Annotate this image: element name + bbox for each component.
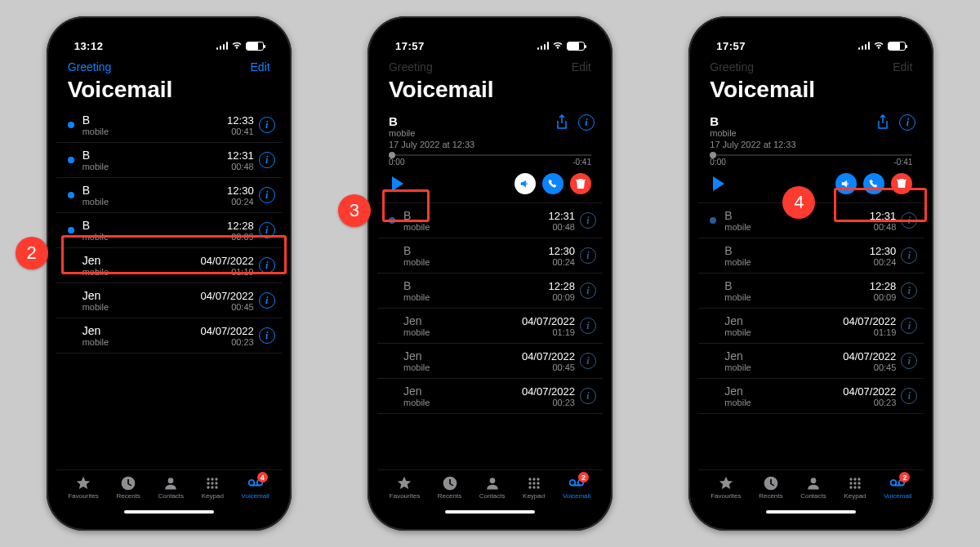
voicemail-row[interactable]: B mobile 12:30 00:24 i — [698, 238, 924, 274]
scrubber[interactable]: 0:00 -0:41 — [698, 153, 924, 167]
edit-button[interactable]: Edit — [251, 60, 270, 73]
tab-voicemail[interactable]: Voicemail4 — [242, 475, 270, 500]
voicemail-row[interactable]: B mobile 12:31 00:48 i — [56, 143, 282, 178]
tab-recents[interactable]: Recents — [759, 475, 782, 500]
unread-dot — [68, 122, 74, 128]
duration: 00:24 — [227, 197, 254, 207]
svg-point-2 — [212, 478, 214, 480]
share-icon[interactable] — [554, 114, 570, 131]
wifi-icon — [231, 40, 243, 52]
voicemail-row[interactable]: Jen mobile 04/07/2022 00:45 i — [698, 344, 924, 379]
voicemail-row[interactable]: Jen mobile 04/07/2022 01:19 i — [698, 309, 924, 344]
greeting-button[interactable]: Greeting — [710, 60, 754, 73]
speaker-button[interactable] — [835, 173, 857, 194]
voicemail-row[interactable]: B mobile 12:30 00:24 i — [377, 238, 603, 274]
svg-point-23 — [858, 478, 860, 480]
info-icon[interactable]: i — [259, 327, 275, 344]
play-button[interactable] — [392, 176, 403, 191]
info-icon[interactable]: i — [259, 292, 275, 309]
scrubber[interactable]: 0:00 -0:41 — [377, 153, 603, 167]
tab-keypad[interactable]: Keypad — [844, 475, 866, 500]
info-icon[interactable]: i — [580, 212, 596, 229]
svg-point-17 — [528, 486, 531, 488]
tab-contacts[interactable]: Contacts — [479, 475, 506, 500]
play-button[interactable] — [713, 176, 724, 191]
info-icon[interactable]: i — [580, 282, 596, 299]
info-icon[interactable]: i — [259, 152, 275, 168]
info-icon[interactable]: i — [901, 353, 917, 369]
info-icon[interactable]: i — [901, 212, 917, 229]
tab-label: Voicemail — [563, 492, 590, 500]
voicemail-row[interactable]: Jen mobile 04/07/2022 00:23 i — [377, 379, 603, 414]
phone-3: 17:57 Greeting Edit Voicemail B — [688, 16, 933, 531]
info-icon[interactable]: i — [580, 318, 596, 334]
expanded-name: B — [710, 114, 875, 128]
tab-keypad[interactable]: Keypad — [523, 475, 545, 500]
voicemail-row[interactable]: B mobile 12:30 00:24 i — [56, 178, 282, 213]
info-icon[interactable]: i — [259, 117, 275, 133]
voicemail-row[interactable]: B mobile 12:33 00:41 i — [56, 108, 282, 143]
info-icon[interactable]: i — [901, 247, 917, 264]
edit-button[interactable]: Edit — [893, 60, 912, 73]
voicemail-row[interactable]: Jen mobile 04/07/2022 00:45 i — [377, 344, 603, 379]
timestamp: 04/07/2022 — [201, 255, 254, 267]
tab-keypad[interactable]: Keypad — [202, 475, 224, 500]
tab-contacts[interactable]: Contacts — [800, 475, 826, 500]
voicemail-row[interactable]: Jen mobile 04/07/2022 00:23 i — [56, 318, 282, 354]
edit-button[interactable]: Edit — [572, 60, 591, 73]
caller-name: Jen — [403, 385, 522, 398]
home-indicator[interactable] — [56, 503, 282, 521]
call-button[interactable] — [542, 173, 564, 194]
greeting-button[interactable]: Greeting — [68, 60, 112, 73]
voicemail-row[interactable]: Jen mobile 04/07/2022 00:23 i — [698, 379, 924, 414]
home-indicator[interactable] — [698, 503, 924, 521]
tab-favourites[interactable]: Favourites — [710, 475, 741, 500]
tab-voicemail[interactable]: Voicemail2 — [884, 475, 911, 500]
clock: 17:57 — [716, 40, 746, 52]
info-icon[interactable]: i — [259, 222, 275, 238]
svg-point-0 — [168, 478, 174, 483]
info-icon[interactable]: i — [259, 257, 275, 274]
voicemail-row[interactable]: Jen mobile 04/07/2022 00:45 i — [56, 283, 282, 318]
page-title: Voicemail — [698, 73, 924, 108]
info-icon[interactable]: i — [901, 282, 917, 299]
info-icon[interactable]: i — [901, 318, 917, 334]
tab-favourites[interactable]: Favourites — [68, 475, 98, 500]
voicemail-row[interactable]: B mobile 12:28 00:09 i — [56, 213, 282, 248]
voicemail-row[interactable]: B mobile 12:28 00:09 i — [377, 274, 603, 309]
info-icon[interactable]: i — [899, 114, 915, 131]
home-indicator[interactable] — [377, 503, 603, 521]
speaker-button[interactable] — [514, 173, 536, 194]
delete-button[interactable] — [891, 173, 912, 194]
svg-point-14 — [528, 482, 531, 484]
caller-name: B — [403, 244, 548, 257]
voicemail-row[interactable]: B mobile 12:31 00:48 i — [377, 203, 603, 238]
info-icon[interactable]: i — [580, 247, 596, 264]
caller-sub: mobile — [724, 222, 869, 232]
tab-contacts[interactable]: Contacts — [158, 475, 185, 500]
share-icon[interactable] — [875, 114, 891, 131]
delete-button[interactable] — [570, 173, 591, 194]
cellular-icon — [858, 42, 870, 50]
voicemail-row[interactable]: Jen mobile 04/07/2022 01:19 i — [377, 309, 603, 344]
badge: 4 — [257, 472, 268, 483]
caller-name: B — [82, 184, 227, 197]
info-icon[interactable]: i — [578, 114, 595, 131]
info-icon[interactable]: i — [580, 388, 596, 404]
greeting-button[interactable]: Greeting — [389, 60, 433, 73]
tab-favourites[interactable]: Favourites — [390, 475, 420, 500]
call-button[interactable] — [863, 173, 884, 194]
duration: 00:48 — [227, 162, 254, 171]
voicemail-row[interactable]: Jen mobile 04/07/2022 01:19 i — [56, 248, 282, 283]
voicemail-row[interactable]: B mobile 12:28 00:09 i — [698, 274, 924, 309]
timestamp: 12:28 — [227, 220, 254, 232]
tab-recents[interactable]: Recents — [117, 475, 140, 500]
tab-label: Keypad — [523, 492, 545, 500]
info-icon[interactable]: i — [259, 187, 275, 203]
caller-name: B — [82, 149, 227, 162]
caller-name: Jen — [724, 349, 843, 362]
tab-recents[interactable]: Recents — [438, 475, 461, 500]
info-icon[interactable]: i — [580, 353, 596, 369]
tab-voicemail[interactable]: Voicemail2 — [563, 475, 590, 500]
info-icon[interactable]: i — [901, 388, 917, 404]
